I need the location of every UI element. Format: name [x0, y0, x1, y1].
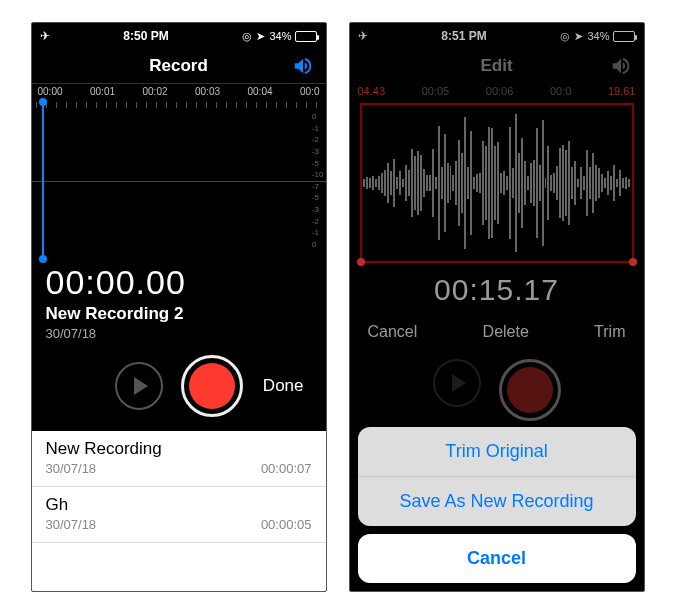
db-scale: 0-1-2-3-5-10-7-5-3-2-10: [312, 108, 324, 253]
waveform-empty: 0-1-2-3-5-10-7-5-3-2-10: [32, 108, 326, 253]
battery-icon: [295, 31, 317, 42]
action-sheet-backdrop[interactable]: Trim Original Save As New Recording Canc…: [350, 23, 644, 591]
timeline[interactable]: 00:00 00:01 00:02 00:03 00:04 00:0 0-1-2…: [32, 83, 326, 253]
timeline-ticks: 00:00 00:01 00:02 00:03 00:04 00:0: [32, 84, 326, 102]
list-item[interactable]: Gh 30/07/1800:00:05: [32, 487, 326, 543]
trim-original-option[interactable]: Trim Original: [358, 427, 636, 477]
playhead[interactable]: [42, 102, 44, 259]
play-button[interactable]: [115, 362, 163, 410]
phone-edit-screen: ✈ 8:51 PM ◎ ➤ 34% Edit 04.43 00:05 00:06…: [349, 22, 645, 592]
list-item-title: New Recording: [46, 439, 312, 459]
done-button[interactable]: Done: [263, 376, 304, 396]
location-icon: ➤: [256, 30, 265, 43]
recording-date: 30/07/18: [32, 326, 326, 351]
tick-label: 00:03: [195, 86, 220, 102]
list-item-duration: 00:00:05: [261, 517, 312, 532]
action-sheet: Trim Original Save As New Recording: [358, 427, 636, 526]
speaker-button[interactable]: [292, 55, 314, 82]
list-item[interactable]: New Recording 30/07/1800:00:07: [32, 431, 326, 487]
recording-name[interactable]: New Recording 2: [32, 304, 326, 326]
record-button[interactable]: [181, 355, 243, 417]
screen-header: Record: [32, 49, 326, 83]
tick-label: 00:0: [300, 86, 319, 102]
tick-label: 00:02: [143, 86, 168, 102]
list-item-date: 30/07/18: [46, 461, 97, 476]
list-item-duration: 00:00:07: [261, 461, 312, 476]
tick-label: 00:01: [90, 86, 115, 102]
compass-icon: ◎: [242, 30, 252, 43]
action-sheet-cancel[interactable]: Cancel: [358, 534, 636, 583]
elapsed-time: 00:00.00: [32, 253, 326, 304]
phone-record-screen: ✈ 8:50 PM ◎ ➤ 34% Record 00:00 00:01 00:…: [31, 22, 327, 592]
record-icon: [189, 363, 235, 409]
tick-label: 00:04: [248, 86, 273, 102]
speaker-icon: [292, 55, 314, 77]
status-right: ◎ ➤ 34%: [242, 30, 317, 43]
record-controls: Done: [32, 351, 326, 431]
play-icon: [134, 377, 148, 395]
recordings-list: New Recording 30/07/1800:00:07 Gh 30/07/…: [32, 431, 326, 591]
list-item-title: Gh: [46, 495, 312, 515]
header-title: Record: [149, 56, 208, 76]
battery-percent: 34%: [269, 30, 291, 42]
airplane-mode-icon: ✈: [40, 29, 50, 43]
list-item-date: 30/07/18: [46, 517, 97, 532]
status-time: 8:50 PM: [123, 29, 168, 43]
status-bar: ✈ 8:50 PM ◎ ➤ 34%: [32, 23, 326, 49]
save-as-new-option[interactable]: Save As New Recording: [358, 477, 636, 526]
